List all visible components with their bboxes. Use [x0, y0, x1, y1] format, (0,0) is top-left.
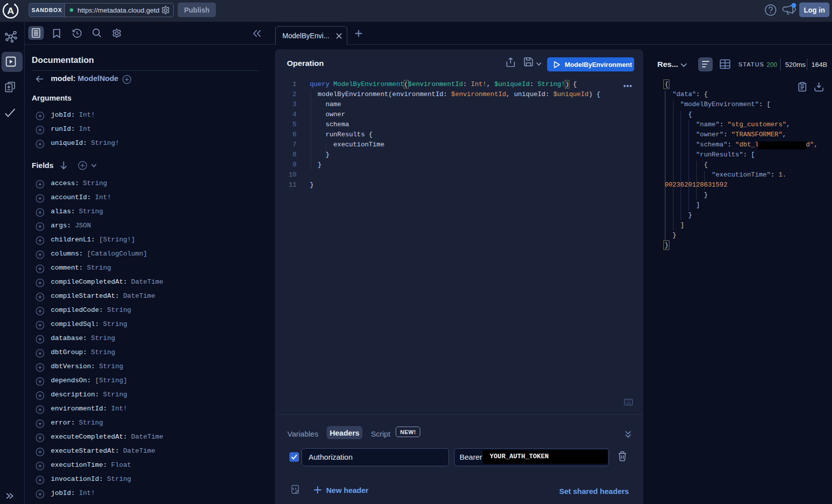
svg-text:A: A [7, 6, 14, 16]
